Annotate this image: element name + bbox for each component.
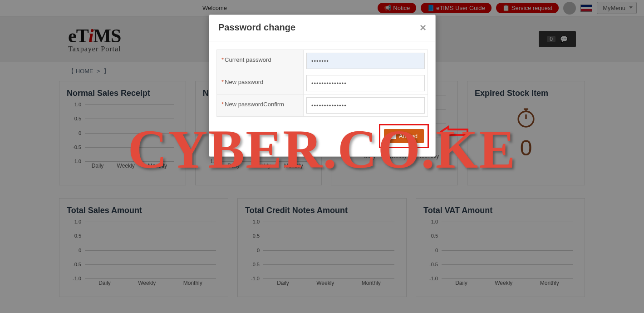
new-password-input[interactable] [306,75,425,91]
svg-marker-4 [440,127,467,138]
amend-button[interactable]: Amend [384,129,424,143]
save-icon [390,133,396,139]
modal-footer: Amend [209,119,435,156]
confirm-password-input[interactable] [306,97,425,114]
close-icon[interactable]: × [420,25,426,31]
field-new-password: *New password [216,72,428,94]
field-confirm-password: *New passwordConfirm [216,94,428,117]
modal-header: Password change × [209,15,435,41]
amend-highlight-box: Amend [379,124,429,148]
annotation-arrow-icon [440,125,472,141]
password-change-modal: Password change × *Current password *New… [209,15,436,157]
field-current-password: *Current password [216,50,428,72]
current-password-label: Current password [225,56,271,63]
current-password-input[interactable] [306,53,425,69]
confirm-password-label: New passwordConfirm [225,101,284,108]
modal-title: Password change [218,22,295,33]
page-root: Welcome 📢 Notice 📘 eTIMS User Guide 📋 Se… [0,0,644,313]
modal-body: *Current password *New password *New pas… [209,41,435,119]
new-password-label: New password [225,79,263,85]
amend-label: Amend [399,133,418,139]
